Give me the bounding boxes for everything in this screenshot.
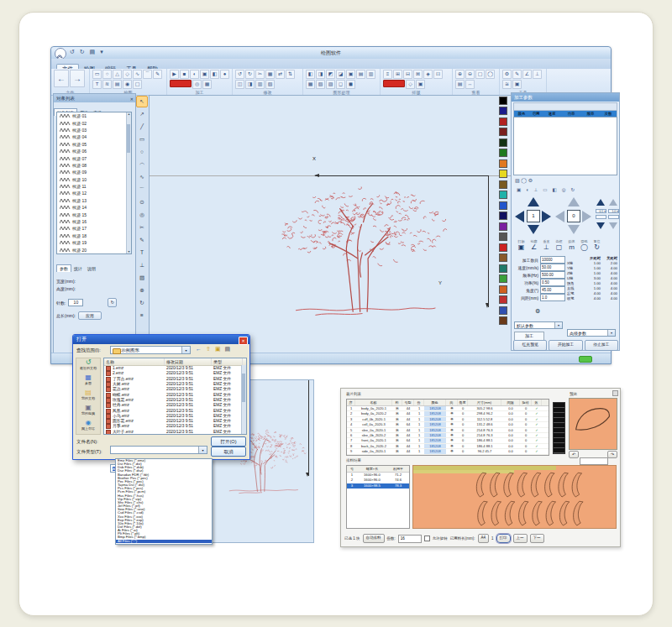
filetype-option-23[interactable]: All Files (*.*) bbox=[116, 540, 212, 543]
filename-combo[interactable]: ▾ bbox=[110, 446, 207, 454]
rotate-angle-input[interactable] bbox=[580, 451, 608, 466]
w-up-button[interactable] bbox=[609, 199, 617, 206]
ribbon-icon[interactable]: ◎ bbox=[192, 80, 202, 89]
jog-up-button[interactable] bbox=[528, 197, 539, 206]
palette-color-4[interactable] bbox=[499, 138, 507, 147]
ribbon-icon[interactable]: ∿ bbox=[133, 70, 142, 79]
jog2-step-value[interactable]: 0 bbox=[567, 210, 580, 222]
file-scroll-thumb[interactable] bbox=[242, 374, 245, 402]
jog-tool-0[interactable]: ▣ bbox=[517, 187, 521, 192]
place-3[interactable]: ▣我的电脑 bbox=[76, 404, 100, 419]
ribbon-icon[interactable]: ◐ bbox=[190, 70, 199, 79]
place-0[interactable]: ↺最近的文档 bbox=[76, 358, 100, 374]
chevron-down-icon[interactable]: ▾ bbox=[554, 322, 562, 328]
list-item[interactable]: 线迹 19 bbox=[57, 239, 131, 246]
z-down-button[interactable] bbox=[596, 222, 605, 229]
result-col-0[interactable]: 号 bbox=[347, 466, 357, 472]
file-col-1[interactable]: 修改日期 bbox=[165, 358, 212, 365]
place-2[interactable]: ▤我的文档 bbox=[76, 389, 100, 404]
field-input[interactable] bbox=[540, 279, 565, 286]
ribbon-icon[interactable]: ▤ bbox=[113, 80, 122, 89]
jog-tool-5[interactable]: ◎ bbox=[562, 187, 566, 192]
file-row[interactable]: 大叶子.emz2020/12/3 9:51EMZ 文件 bbox=[104, 430, 246, 435]
palette-color-0[interactable] bbox=[499, 97, 507, 105]
palette-color-21[interactable] bbox=[499, 316, 507, 325]
ribbon-icon[interactable]: ✂ bbox=[255, 70, 265, 79]
ribbon-icon[interactable]: ↻ bbox=[245, 70, 255, 79]
ribbon-icon[interactable]: ⇅ bbox=[286, 70, 295, 79]
result-col-1[interactable]: 幅宽×长 bbox=[357, 466, 387, 472]
props-tab-1[interactable]: 统计 bbox=[71, 265, 85, 272]
process-button-1[interactable]: 开始加工 bbox=[549, 340, 582, 351]
chevron-down-icon[interactable]: ▾ bbox=[607, 330, 615, 336]
chevron-down-icon[interactable]: ▾ bbox=[181, 347, 190, 353]
field-input[interactable] bbox=[540, 264, 565, 271]
jog-tool-2[interactable]: ⊥ bbox=[534, 187, 538, 192]
field-input[interactable] bbox=[540, 271, 565, 279]
tool-5[interactable]: ◠ bbox=[136, 159, 148, 170]
ribbon-icon[interactable]: ∠ bbox=[522, 70, 532, 79]
list-item[interactable]: 线迹 04 bbox=[57, 133, 131, 140]
jog-tool-1[interactable]: ◐ bbox=[526, 187, 528, 192]
z-up-button[interactable] bbox=[596, 199, 605, 206]
props-tab-2[interactable]: 说明 bbox=[85, 265, 98, 272]
piece-col-10[interactable]: 旋转 bbox=[520, 400, 532, 405]
list-item[interactable]: 线迹 02 bbox=[57, 119, 131, 126]
piece-col-9[interactable]: 间隔 bbox=[501, 400, 520, 405]
piece-col-7[interactable]: 角度 bbox=[458, 400, 468, 405]
params-panel-header[interactable]: 加工参数 bbox=[512, 93, 619, 102]
ribbon-icon[interactable]: ▢ bbox=[475, 70, 485, 79]
file-row[interactable]: 凤凰.emz2020/12/3 9:51EMZ 文件 bbox=[104, 408, 246, 413]
result-row-2[interactable]: 31600×98.578.3 bbox=[347, 483, 409, 489]
count-input[interactable]: 10 bbox=[68, 299, 83, 306]
list-scrollbar[interactable]: ▲▼ bbox=[126, 112, 131, 253]
field-input[interactable] bbox=[540, 256, 565, 264]
func-icon-6[interactable]: 复位↻ bbox=[591, 239, 603, 251]
z-step-combo2[interactable] bbox=[596, 215, 606, 219]
file-row[interactable]: 月季.emz2020/12/3 9:51EMZ 文件 bbox=[104, 424, 246, 429]
ribbon-icon[interactable]: ◧ bbox=[306, 70, 315, 79]
ribbon-icon[interactable]: ↔ bbox=[465, 80, 475, 89]
piece-col-4[interactable]: 份 bbox=[414, 400, 424, 405]
jog-step-value[interactable]: 1 bbox=[527, 210, 540, 222]
piece-col-11[interactable]: 效 bbox=[532, 400, 542, 405]
ribbon-icon[interactable]: ▥ bbox=[255, 80, 265, 89]
list-item[interactable]: 线迹 09 bbox=[57, 169, 131, 175]
auto-nest-button[interactable]: 自动排料 bbox=[363, 534, 385, 543]
stop-button[interactable] bbox=[383, 80, 405, 87]
file-list[interactable]: 名称修改日期类型1.emz2020/12/3 9:51EMZ 文件2.emz20… bbox=[103, 358, 247, 435]
tool-15[interactable]: ⊕ bbox=[136, 285, 148, 296]
palette-color-3[interactable] bbox=[499, 128, 507, 136]
dialog-tool-1[interactable]: ⇧ bbox=[206, 346, 211, 353]
ribbon-icon[interactable]: ◇ bbox=[406, 80, 415, 89]
tool-17[interactable]: ≡ bbox=[136, 310, 148, 321]
ribbon-icon[interactable]: ≅ bbox=[502, 80, 512, 89]
quick-access-toolbar[interactable]: ↺ ↻ ▤ ▾ bbox=[70, 49, 105, 55]
ribbon-icon[interactable]: ▣ bbox=[416, 80, 425, 89]
jog2-up-button[interactable] bbox=[568, 197, 580, 206]
tool-14[interactable]: ▨ bbox=[136, 272, 148, 284]
ribbon-icon[interactable]: ■ bbox=[180, 70, 189, 79]
w-down-button[interactable] bbox=[609, 222, 617, 229]
panel-resize-handle[interactable] bbox=[612, 390, 618, 396]
palette-color-7[interactable] bbox=[499, 170, 507, 178]
jog-tool-4[interactable]: ◧ bbox=[553, 187, 557, 192]
ribbon-icon[interactable]: ◧ bbox=[210, 70, 219, 79]
ribbon-icon[interactable]: ⊖ bbox=[465, 70, 475, 79]
ribbon-icon[interactable]: T bbox=[92, 80, 102, 89]
result-table[interactable]: 号幅宽×长利用率11600×96.071.221600×96.074.63160… bbox=[346, 465, 410, 529]
dialog-tool-3[interactable]: ▤ bbox=[225, 346, 231, 353]
next-page-button[interactable]: 下一 bbox=[530, 534, 544, 543]
ribbon-icon[interactable]: ◯ bbox=[486, 70, 495, 79]
title-bar[interactable]: ↺ ↻ ▤ ▾ 绘图软件 bbox=[51, 47, 611, 59]
w-step-combo[interactable]: 1.0 ▾ bbox=[608, 209, 619, 213]
jog2-right-button[interactable] bbox=[582, 211, 591, 222]
scroll-down-icon[interactable]: ▼ bbox=[127, 250, 131, 253]
prev-page-button[interactable]: 上一 bbox=[513, 534, 528, 543]
tool-7[interactable]: ⌒ bbox=[136, 184, 148, 196]
stop-button[interactable] bbox=[170, 80, 192, 87]
file-scrollbar[interactable] bbox=[241, 365, 246, 435]
ribbon-icon[interactable]: ▨ bbox=[326, 80, 335, 89]
piece-col-1[interactable]: 名称 bbox=[355, 400, 392, 405]
dialog-title-bar[interactable]: 打开 ✕ bbox=[73, 335, 249, 344]
